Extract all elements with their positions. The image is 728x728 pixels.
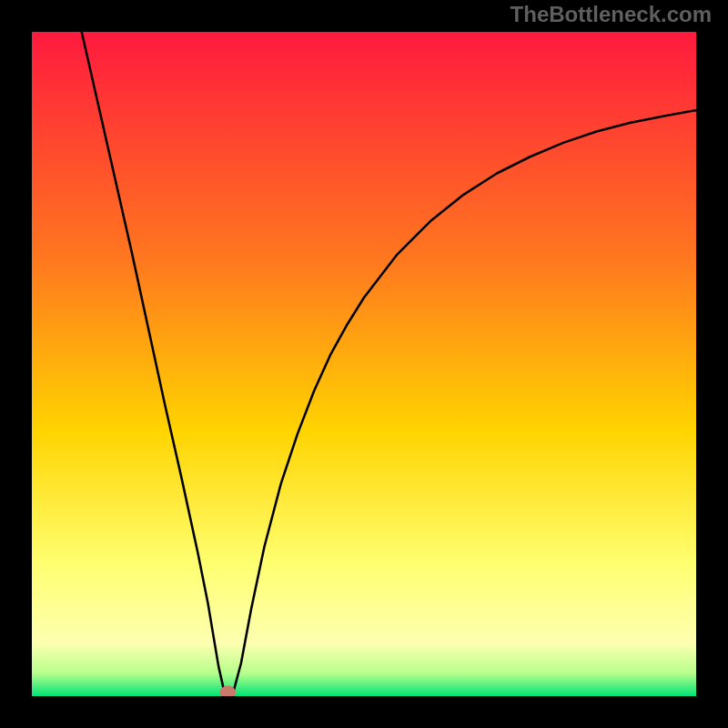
plot-svg [32, 32, 696, 696]
chart-frame: TheBottleneck.com [0, 0, 728, 728]
plot-area [32, 32, 696, 696]
watermark-text: TheBottleneck.com [511, 2, 712, 27]
